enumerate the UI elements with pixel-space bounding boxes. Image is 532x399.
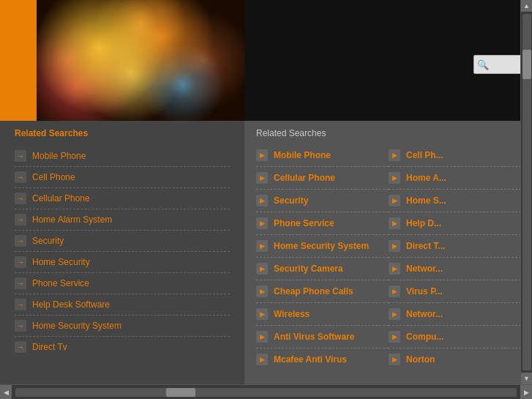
left-item-mobile-phone[interactable]: Mobile Phone <box>15 146 230 167</box>
left-item-label: Home Alarm System <box>32 215 112 225</box>
left-item-cellular-phone[interactable]: Cellular Phone <box>15 188 230 209</box>
arrow-icon <box>15 299 26 310</box>
arrow-icon <box>15 277 26 289</box>
right-item-label: Home A... <box>406 173 446 183</box>
left-item-label: Home Security <box>32 257 90 267</box>
orange-bar <box>0 0 37 121</box>
arrow-icon <box>15 214 26 225</box>
right-item-label: Compu... <box>406 332 443 342</box>
right-arrow-icon <box>389 195 400 206</box>
right-item-networ[interactable]: Networ... <box>389 258 521 280</box>
right-item-mobile-phone[interactable]: Mobile Phone <box>256 144 389 167</box>
left-item-label: Direct Tv <box>32 342 67 352</box>
right-item-label: Networ... <box>406 309 443 319</box>
bokeh-image <box>37 0 245 121</box>
scroll-track[interactable] <box>15 388 517 397</box>
right-arrow-icon <box>256 240 268 252</box>
right-item-label: Mcafee Anti Virus <box>274 354 347 365</box>
scroll-thumb[interactable] <box>166 388 195 397</box>
left-item-cell-phone[interactable]: Cell Phone <box>15 167 230 188</box>
scroll-thumb-v[interactable] <box>522 50 531 79</box>
right-item-compu[interactable]: Compu... <box>389 326 521 348</box>
arrow-icon <box>15 256 26 268</box>
right-col-1: Mobile Phone Cellular Phone Security Pho… <box>256 144 389 370</box>
scroll-right-btn[interactable]: ▶ <box>520 385 532 400</box>
right-item-home-s[interactable]: Home S... <box>389 190 521 212</box>
arrow-icon <box>15 341 26 353</box>
right-item-phone-service[interactable]: Phone Service <box>256 212 389 235</box>
right-item-virus-p[interactable]: Virus P... <box>389 280 521 303</box>
right-item-label: Help D... <box>406 218 441 228</box>
left-item-home-alarm[interactable]: Home Alarm System <box>15 209 230 231</box>
scroll-down-btn[interactable]: ▼ <box>521 373 533 384</box>
right-item-help-d[interactable]: Help D... <box>389 212 521 235</box>
left-item-label: Cellular Phone <box>32 193 90 204</box>
left-item-security[interactable]: Security <box>15 231 230 252</box>
right-arrow-icon <box>256 217 268 229</box>
arrow-icon <box>15 235 26 247</box>
main-content: Related Searches Mobile Phone Cell Phone… <box>0 121 532 399</box>
right-item-label: Phone Service <box>274 218 334 228</box>
left-item-label: Security <box>32 236 64 246</box>
horizontal-scrollbar: ◀ ▶ <box>0 384 532 399</box>
right-panel-title: Related Searches <box>256 128 521 138</box>
right-arrow-icon <box>256 195 268 206</box>
right-item-label: Networ... <box>406 264 443 274</box>
right-arrow-icon <box>389 354 400 365</box>
left-item-label: Cell Phone <box>32 172 75 182</box>
right-item-label: Security <box>274 195 308 206</box>
scroll-up-btn[interactable]: ▲ <box>521 0 533 12</box>
right-arrow-icon <box>256 286 268 297</box>
scroll-left-btn[interactable]: ◀ <box>0 385 12 400</box>
right-item-label: Norton <box>406 354 435 365</box>
right-item-mcafee[interactable]: Mcafee Anti Virus <box>256 348 389 370</box>
right-arrow-icon <box>256 172 268 184</box>
right-item-home-security-system[interactable]: Home Security System <box>256 235 389 258</box>
left-item-direct-tv[interactable]: Direct Tv <box>15 337 230 357</box>
right-item-label: Direct T... <box>406 241 445 251</box>
arrow-icon <box>15 150 26 162</box>
search-icon: 🔍 <box>477 59 489 70</box>
right-item-home-a[interactable]: Home A... <box>389 167 521 190</box>
right-arrow-icon <box>389 240 400 252</box>
right-arrow-icon <box>256 354 268 365</box>
left-item-label: Phone Service <box>32 278 89 288</box>
search-input-box[interactable]: 🔍 <box>473 55 525 74</box>
right-item-cellular-phone[interactable]: Cellular Phone <box>256 167 389 190</box>
right-item-label: Cheap Phone Calls <box>274 286 353 297</box>
arrow-icon <box>15 171 26 183</box>
right-item-security[interactable]: Security <box>256 190 389 212</box>
right-item-label: Home S... <box>406 195 446 206</box>
right-item-security-camera[interactable]: Security Camera <box>256 258 389 280</box>
right-arrow-icon <box>389 308 400 320</box>
right-grid: Mobile Phone Cellular Phone Security Pho… <box>256 144 521 370</box>
right-item-label: Wireless <box>274 309 310 319</box>
right-item-norton[interactable]: Norton <box>389 348 521 370</box>
scroll-track-v[interactable] <box>522 14 531 370</box>
right-panel: Related Searches Mobile Phone Cellular P… <box>245 121 532 399</box>
top-banner: 🔍 <box>0 0 532 121</box>
left-item-help-desk[interactable]: Help Desk Software <box>15 294 230 316</box>
left-panel: Related Searches Mobile Phone Cell Phone… <box>0 121 245 399</box>
right-item-label: Security Camera <box>274 264 343 274</box>
right-item-cheap-phone[interactable]: Cheap Phone Calls <box>256 280 389 303</box>
arrow-icon <box>15 193 26 204</box>
arrow-icon <box>15 320 26 332</box>
right-item-direct-t[interactable]: Direct T... <box>389 235 521 258</box>
left-item-label: Home Security System <box>32 321 121 331</box>
right-item-label: Cell Ph... <box>406 150 443 160</box>
vertical-scrollbar: ▲ ▼ <box>520 0 532 384</box>
right-item-cell-ph[interactable]: Cell Ph... <box>389 144 521 167</box>
right-col-2: Cell Ph... Home A... Home S... Help D...… <box>389 144 521 370</box>
right-item-networ2[interactable]: Networ... <box>389 303 521 326</box>
left-item-home-security[interactable]: Home Security <box>15 252 230 273</box>
right-item-antivirus[interactable]: Anti Virus Software <box>256 326 389 348</box>
left-item-phone-service[interactable]: Phone Service <box>15 273 230 294</box>
right-arrow-icon <box>389 286 400 297</box>
right-item-label: Home Security System <box>274 241 369 251</box>
right-item-wireless[interactable]: Wireless <box>256 303 389 326</box>
left-item-home-security-system[interactable]: Home Security System <box>15 316 230 337</box>
right-item-label: Virus P... <box>406 286 443 297</box>
right-arrow-icon <box>389 172 400 184</box>
left-item-label: Help Desk Software <box>32 299 110 310</box>
